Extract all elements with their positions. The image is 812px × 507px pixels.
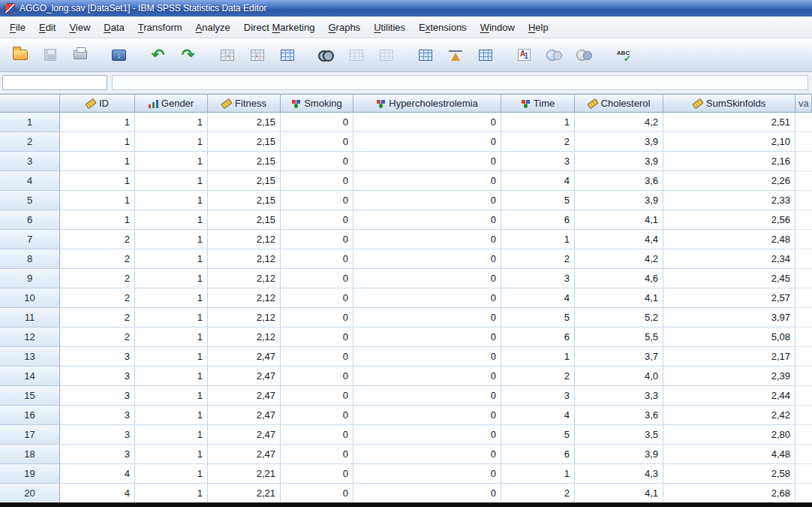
cell[interactable]: 0 (353, 171, 501, 191)
cell[interactable]: 0 (353, 406, 501, 425)
cell-empty-var[interactable] (795, 249, 812, 269)
recall-dialogs-button[interactable]: ↓ (105, 43, 133, 68)
cell[interactable]: 0 (353, 210, 501, 230)
cell[interactable]: 1 (60, 152, 135, 171)
cell[interactable]: 0 (353, 464, 501, 484)
cell[interactable]: 2,15 (208, 152, 281, 171)
cell[interactable]: 4 (501, 406, 575, 425)
print-button[interactable] (66, 43, 94, 68)
column-header[interactable]: Smoking (281, 95, 353, 113)
cell[interactable]: 2,47 (208, 367, 281, 386)
row-number[interactable]: 16 (0, 406, 60, 425)
open-data-button[interactable] (6, 43, 34, 68)
cell[interactable]: 0 (281, 132, 353, 152)
cell[interactable]: 3,6 (575, 171, 663, 191)
cell[interactable]: 6 (501, 210, 575, 230)
row-number[interactable]: 10 (0, 288, 60, 308)
cell[interactable]: 1 (60, 171, 135, 191)
cell[interactable]: 3 (501, 386, 575, 406)
cell[interactable]: 2,10 (663, 132, 795, 152)
cell[interactable]: 1 (135, 249, 208, 269)
cell[interactable]: 1 (135, 288, 208, 308)
cell[interactable]: 0 (281, 269, 353, 288)
row-number[interactable]: 13 (0, 347, 60, 367)
cell[interactable]: 2,57 (663, 288, 795, 308)
cell[interactable]: 2,56 (663, 210, 795, 230)
cell[interactable]: 4,1 (575, 288, 663, 308)
cell[interactable]: 1 (135, 484, 208, 502)
cell[interactable]: 0 (281, 464, 353, 484)
cell[interactable]: 0 (281, 152, 353, 171)
cell[interactable]: 1 (135, 308, 208, 327)
cell[interactable]: 0 (353, 230, 501, 249)
cell-empty-var[interactable] (795, 210, 812, 230)
row-number[interactable]: 17 (0, 425, 60, 445)
row-number[interactable]: 4 (0, 171, 60, 191)
cell[interactable]: 0 (353, 425, 501, 445)
cell[interactable]: 0 (353, 367, 501, 386)
cell[interactable]: 2,47 (208, 406, 281, 425)
cell[interactable]: 5 (501, 191, 575, 210)
menu-item[interactable]: Extensions (412, 18, 474, 37)
cell-empty-var[interactable] (795, 425, 812, 445)
cell[interactable]: 0 (281, 210, 353, 230)
cell[interactable]: 3 (60, 445, 135, 464)
insert-variable-button[interactable] (372, 43, 400, 68)
cell[interactable]: 2,45 (663, 269, 795, 288)
cell[interactable]: 0 (281, 327, 353, 347)
cell[interactable]: 2,51 (663, 113, 795, 132)
cell[interactable]: 2,47 (208, 425, 281, 445)
column-header[interactable]: Cholesterol (575, 95, 663, 113)
cell-empty-var[interactable] (795, 327, 812, 347)
cell[interactable]: 1 (60, 191, 135, 210)
column-header[interactable]: SumSkinfolds (663, 95, 795, 113)
cell[interactable]: 3,9 (575, 191, 663, 210)
goto-variable-button[interactable]: ↓ (243, 43, 271, 68)
cell[interactable]: 2,17 (663, 347, 795, 367)
cell[interactable]: 1 (135, 327, 208, 347)
menu-item[interactable]: Analyze (189, 18, 237, 37)
cell[interactable]: 2 (60, 249, 135, 269)
corner-select-all-cell[interactable] (0, 95, 60, 113)
menu-item[interactable]: File (3, 18, 32, 37)
cell[interactable]: 2,15 (208, 113, 281, 132)
cell[interactable]: 0 (281, 191, 353, 210)
cell[interactable]: 1 (60, 210, 135, 230)
split-file-button[interactable] (411, 43, 439, 68)
cell[interactable]: 0 (353, 132, 501, 152)
row-number[interactable]: 2 (0, 132, 60, 152)
cell-empty-var[interactable] (795, 132, 812, 152)
cell[interactable]: 1 (135, 425, 208, 445)
cell[interactable]: 2 (60, 327, 135, 347)
column-header[interactable]: Time (501, 95, 575, 113)
column-header[interactable]: Hypercholestrolemia (353, 95, 501, 113)
cell[interactable]: 2,48 (663, 230, 795, 249)
cell[interactable]: 2,21 (208, 464, 281, 484)
cell[interactable]: 0 (281, 230, 353, 249)
cell[interactable]: 2,58 (663, 464, 795, 484)
cell[interactable]: 4,2 (575, 249, 663, 269)
cell[interactable]: 4,3 (575, 464, 663, 484)
cell[interactable]: 6 (501, 445, 575, 464)
cell[interactable]: 1 (135, 113, 208, 132)
cell-empty-var[interactable] (795, 445, 812, 464)
row-number[interactable]: 1 (0, 113, 60, 132)
cell-empty-var[interactable] (795, 367, 812, 386)
cell[interactable]: 2,68 (663, 484, 795, 502)
redo-button[interactable]: ↷ (174, 43, 202, 68)
cell[interactable]: 5 (501, 308, 575, 327)
cell[interactable]: 1 (135, 210, 208, 230)
menu-item[interactable]: Data (97, 18, 131, 37)
row-number[interactable]: 7 (0, 230, 60, 249)
cell[interactable]: 4,1 (575, 210, 663, 230)
cell[interactable]: 1 (135, 386, 208, 406)
cell[interactable]: 4,48 (663, 445, 795, 464)
cell[interactable]: 2,12 (208, 249, 281, 269)
cell[interactable]: 4,0 (575, 367, 663, 386)
cell[interactable]: 1 (135, 230, 208, 249)
menu-item[interactable]: Window (474, 18, 522, 37)
cell[interactable]: 3,9 (575, 152, 663, 171)
cell[interactable]: 2,80 (663, 425, 795, 445)
cell[interactable]: 3 (60, 386, 135, 406)
cell[interactable]: 2,44 (663, 386, 795, 406)
